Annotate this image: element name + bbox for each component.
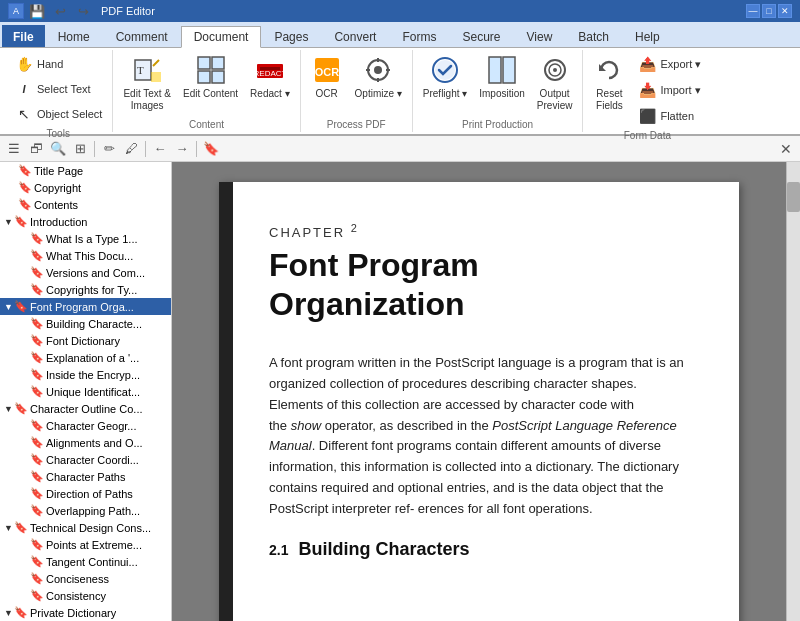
bookmark-char-geog[interactable]: 🔖 Character Geogr... (0, 417, 171, 434)
bookmark-icon: 🔖 (30, 249, 44, 262)
bookmark-icon: 🔖 (30, 351, 44, 364)
toolbar-menu-icon[interactable]: ☰ (4, 139, 24, 159)
scrollbar-thumb[interactable] (787, 182, 800, 212)
toolbar-forward-icon[interactable]: → (172, 139, 192, 159)
toolbar-pages-icon[interactable]: 🗗 (26, 139, 46, 159)
bookmark-arrow: ▼ (4, 217, 14, 227)
hand-tool-button[interactable]: ✋ Hand (10, 52, 106, 76)
bookmark-versions[interactable]: 🔖 Versions and Com... (0, 264, 171, 281)
bookmark-font-dictionary[interactable]: 🔖 Font Dictionary (0, 332, 171, 349)
tab-view[interactable]: View (514, 25, 566, 47)
optimize-button[interactable]: Optimize ▾ (351, 52, 406, 102)
edit-text-images-button[interactable]: T Edit Text &Images (119, 52, 175, 114)
flatten-label: Flatten (660, 110, 694, 122)
imposition-button[interactable]: Imposition (475, 52, 529, 102)
tab-home[interactable]: Home (45, 25, 103, 47)
bookmark-private-dict[interactable]: ▼ 🔖 Private Dictionary (0, 604, 171, 621)
undo-icon[interactable]: ↩ (50, 1, 70, 21)
bookmark-icon: 🔖 (30, 589, 44, 602)
bookmark-copyright[interactable]: 🔖 Copyright (0, 179, 171, 196)
toolbar-edit-icon[interactable]: ✏ (99, 139, 119, 159)
vertical-scrollbar[interactable] (786, 162, 800, 621)
preflight-button[interactable]: Preflight ▾ (419, 52, 471, 102)
tools-content: ✋ Hand I Select Text ↖ Object Select (10, 52, 106, 126)
bookmark-tangent[interactable]: 🔖 Tangent Continui... (0, 553, 171, 570)
bookmark-contents[interactable]: 🔖 Contents (0, 196, 171, 213)
bookmark-font-program[interactable]: ▼ 🔖 Font Program Orga... (0, 298, 171, 315)
export-button[interactable]: 📤 Export ▾ (633, 52, 705, 76)
output-preview-button[interactable]: OutputPreview (533, 52, 577, 114)
tab-forms[interactable]: Forms (389, 25, 449, 47)
redo-icon[interactable]: ↪ (73, 1, 93, 21)
bookmark-label: Inside the Encryp... (46, 369, 140, 381)
tab-comment[interactable]: Comment (103, 25, 181, 47)
bookmark-icon: 🔖 (30, 436, 44, 449)
object-select-label: Object Select (37, 108, 102, 120)
bookmark-icon: 🔖 (30, 266, 44, 279)
ocr-button[interactable]: OCR OCR (307, 52, 347, 102)
bookmark-explanation[interactable]: 🔖 Explanation of a '... (0, 349, 171, 366)
output-preview-icon (539, 54, 571, 86)
import-button[interactable]: 📥 Import ▾ (633, 78, 705, 102)
reset-fields-icon (593, 54, 625, 86)
bookmark-what-this-doc[interactable]: 🔖 What This Docu... (0, 247, 171, 264)
title-bar: A 💾 ↩ ↪ PDF Editor — □ ✕ (0, 0, 800, 22)
bookmark-building-chars[interactable]: 🔖 Building Characte... (0, 315, 171, 332)
bookmark-conciseness[interactable]: 🔖 Conciseness (0, 570, 171, 587)
tab-help[interactable]: Help (622, 25, 673, 47)
toolbar-bookmark-icon[interactable]: 🔖 (201, 139, 221, 159)
ribbon-group-tools: ✋ Hand I Select Text ↖ Object Select Too… (4, 50, 113, 132)
bookmark-overlapping[interactable]: 🔖 Overlapping Path... (0, 502, 171, 519)
save-icon[interactable]: 💾 (27, 1, 47, 21)
bookmark-icon: 🔖 (14, 300, 28, 313)
bookmark-copyrights[interactable]: 🔖 Copyrights for Ty... (0, 281, 171, 298)
bookmark-introduction[interactable]: ▼ 🔖 Introduction (0, 213, 171, 230)
svg-text:T: T (137, 64, 144, 76)
bookmark-char-outline[interactable]: ▼ 🔖 Character Outline Co... (0, 400, 171, 417)
select-text-button[interactable]: I Select Text (10, 77, 106, 101)
toolbar-back-icon[interactable]: ← (150, 139, 170, 159)
flatten-button[interactable]: ⬛ Flatten (633, 104, 705, 128)
tab-file[interactable]: File (2, 25, 45, 47)
tab-batch[interactable]: Batch (565, 25, 622, 47)
bookmark-icon: 🔖 (30, 334, 44, 347)
reset-fields-button[interactable]: ResetFields (589, 52, 629, 114)
redact-button[interactable]: REDACT Redact ▾ (246, 52, 293, 102)
tab-secure[interactable]: Secure (449, 25, 513, 47)
bookmark-points-extreme[interactable]: 🔖 Points at Extreme... (0, 536, 171, 553)
content-group-label: Content (189, 117, 224, 130)
close-button[interactable]: ✕ (778, 4, 792, 18)
bookmark-alignments[interactable]: 🔖 Alignments and O... (0, 434, 171, 451)
maximize-button[interactable]: □ (762, 4, 776, 18)
bookmark-label: Building Characte... (46, 318, 142, 330)
toolbar-close-button[interactable]: ✕ (776, 139, 796, 159)
bookmark-label: Alignments and O... (46, 437, 143, 449)
tab-document[interactable]: Document (181, 26, 262, 48)
bookmark-title-page[interactable]: 🔖 Title Page (0, 162, 171, 179)
svg-text:REDACT: REDACT (254, 69, 286, 78)
toolbar-grid-icon[interactable]: ⊞ (70, 139, 90, 159)
bookmark-inside-encrypt[interactable]: 🔖 Inside the Encryp... (0, 366, 171, 383)
tab-convert[interactable]: Convert (321, 25, 389, 47)
object-select-button[interactable]: ↖ Object Select (10, 102, 106, 126)
bookmark-arrow: ▼ (4, 302, 14, 312)
bookmark-technical-design[interactable]: ▼ 🔖 Technical Design Cons... (0, 519, 171, 536)
bookmark-label: Consistency (46, 590, 106, 602)
ribbon-group-print: Preflight ▾ Imposition OutputPreview Pri… (413, 50, 584, 132)
edit-content-button[interactable]: Edit Content (179, 52, 242, 102)
bookmark-what-is-type1[interactable]: 🔖 What Is a Type 1... (0, 230, 171, 247)
toolbar-zoom-icon[interactable]: 🔍 (48, 139, 68, 159)
tab-pages[interactable]: Pages (261, 25, 321, 47)
section-title: Building Characters (298, 539, 469, 560)
toolbar-highlight-icon[interactable]: 🖊 (121, 139, 141, 159)
document-area[interactable]: CHAPTER 2 Font Program Organization A fo… (172, 162, 786, 621)
bookmark-label: Points at Extreme... (46, 539, 142, 551)
bookmark-unique-id[interactable]: 🔖 Unique Identificat... (0, 383, 171, 400)
title-bar-icons: A 💾 ↩ ↪ (8, 1, 93, 21)
bookmark-consistency[interactable]: 🔖 Consistency (0, 587, 171, 604)
bookmark-char-coord[interactable]: 🔖 Character Coordi... (0, 451, 171, 468)
minimize-button[interactable]: — (746, 4, 760, 18)
bookmark-char-paths[interactable]: 🔖 Character Paths (0, 468, 171, 485)
section-number: 2.1 (269, 542, 288, 558)
bookmark-direction[interactable]: 🔖 Direction of Paths (0, 485, 171, 502)
